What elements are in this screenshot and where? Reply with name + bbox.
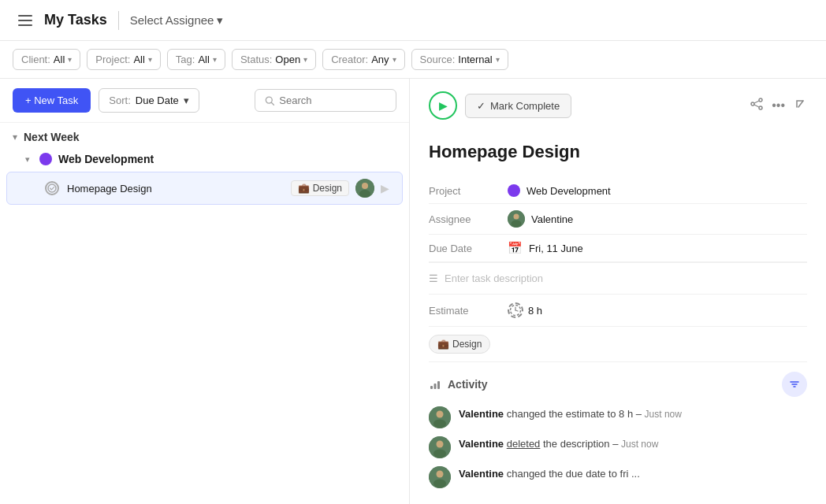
project-name: Web Development	[58, 153, 154, 165]
description-area[interactable]: ☰ Enter task description	[429, 262, 807, 295]
search-box[interactable]	[255, 89, 396, 112]
status-filter[interactable]: Status: Open ▾	[232, 49, 316, 70]
estimate-row: Estimate 8 h	[429, 295, 807, 327]
project-field: Project Web Development	[429, 178, 807, 204]
svg-point-31	[433, 450, 446, 458]
briefcase-icon: 💼	[298, 183, 310, 194]
svg-point-34	[433, 480, 446, 488]
svg-point-9	[759, 98, 762, 102]
task-check-icon[interactable]	[45, 181, 59, 195]
svg-rect-22	[437, 381, 440, 389]
assignee-selector[interactable]: Select Assignee ▾	[130, 13, 224, 28]
left-panel: + New Task Sort: Due Date ▾ ▾ Next Week	[0, 79, 410, 504]
share-icon[interactable]	[750, 97, 764, 114]
creator-filter[interactable]: Creator: Any ▾	[322, 49, 404, 70]
header-divider	[118, 11, 119, 30]
avatar	[355, 179, 374, 198]
section-header: ▾ Next Week	[0, 123, 409, 148]
filter-bar: Client: All ▾ Project: All ▾ Tag: All ▾ …	[0, 41, 826, 79]
svg-line-19	[515, 310, 518, 311]
activity-avatar	[429, 436, 451, 458]
project-color-dot	[508, 184, 520, 197]
assignee-avatar-img	[355, 179, 374, 198]
activity-text: Valentine changed the due date to fri ..…	[459, 466, 640, 488]
svg-rect-21	[434, 384, 437, 389]
sort-label: Sort:	[109, 94, 130, 106]
tag-filter[interactable]: Tag: All ▾	[167, 49, 225, 70]
activity-text: Valentine deleted the description – Just…	[459, 436, 658, 458]
svg-point-27	[437, 411, 444, 418]
sort-button[interactable]: Sort: Due Date ▾	[99, 88, 199, 113]
svg-point-30	[437, 441, 444, 448]
project-toggle-icon[interactable]: ▾	[25, 154, 30, 165]
tag-pill[interactable]: 💼 Design	[429, 335, 490, 354]
task-tag: 💼 Design	[291, 180, 349, 196]
svg-rect-0	[18, 15, 32, 17]
estimate-clock-icon	[508, 302, 523, 318]
list-item: Valentine changed the estimate to 8 h – …	[429, 406, 807, 428]
task-detail-title: Homepage Design	[429, 142, 807, 162]
project-row[interactable]: ▾ Web Development	[0, 148, 409, 170]
play-task-icon[interactable]: ▶	[381, 182, 389, 195]
assignee-field: Assignee Valentine	[429, 204, 807, 235]
client-filter[interactable]: Client: All ▾	[13, 49, 80, 70]
svg-line-12	[754, 101, 759, 103]
activity-title: Activity	[429, 378, 488, 391]
svg-point-7	[362, 183, 368, 189]
svg-point-11	[751, 102, 754, 106]
svg-point-16	[512, 220, 522, 228]
checkmark-icon: ✓	[477, 100, 486, 112]
new-task-button[interactable]: + New Task	[13, 88, 91, 113]
expand-icon[interactable]	[793, 97, 807, 114]
activity-header: Activity	[429, 372, 807, 397]
calendar-icon: 📅	[508, 241, 523, 255]
source-filter[interactable]: Source: Internal ▾	[411, 49, 508, 70]
tag-briefcase-icon: 💼	[437, 339, 449, 350]
assignee-avatar	[508, 210, 525, 228]
activity-avatar	[429, 406, 451, 428]
due-date-field-label: Due Date	[429, 243, 508, 254]
detail-header: ▶ ✓ Mark Complete •••	[429, 91, 807, 129]
due-date-field: Due Date 📅 Fri, 11 June	[429, 235, 807, 262]
play-icon: ▶	[439, 99, 448, 112]
more-options-icon[interactable]: •••	[772, 98, 785, 113]
search-input[interactable]	[279, 94, 386, 106]
estimate-value[interactable]: 8 h	[508, 302, 542, 318]
svg-point-15	[514, 214, 519, 220]
activity-text: Valentine changed the estimate to 8 h – …	[459, 406, 682, 428]
svg-rect-20	[430, 386, 433, 389]
svg-point-33	[437, 471, 444, 478]
svg-rect-2	[18, 24, 32, 26]
section-toggle-icon[interactable]: ▾	[13, 132, 17, 143]
svg-line-4	[271, 102, 273, 105]
right-panel: ▶ ✓ Mark Complete •••	[410, 79, 826, 504]
project-field-value[interactable]: Web Development	[508, 184, 611, 197]
toolbar: + New Task Sort: Due Date ▾	[0, 79, 409, 123]
table-row[interactable]: Homepage Design 💼 Design ▶	[6, 172, 403, 205]
assignee-field-value[interactable]: Valentine	[508, 210, 573, 228]
page-title: My Tasks	[44, 12, 107, 28]
svg-point-5	[48, 184, 56, 192]
filter-activity-button[interactable]	[782, 372, 807, 397]
list-item: Valentine changed the due date to fri ..…	[429, 466, 807, 488]
svg-point-28	[433, 420, 446, 428]
svg-point-10	[759, 106, 762, 109]
task-list: ▾ Next Week ▾ Web Development Homepag	[0, 123, 409, 504]
detail-actions: •••	[750, 97, 807, 114]
due-date-field-value[interactable]: 📅 Fri, 11 June	[508, 241, 583, 255]
task-name: Homepage Design	[67, 183, 291, 195]
estimate-label: Estimate	[429, 305, 508, 317]
list-item: Valentine deleted the description – Just…	[429, 436, 807, 458]
search-icon	[265, 95, 274, 106]
svg-point-8	[359, 190, 370, 198]
mark-complete-button[interactable]: ✓ Mark Complete	[465, 94, 571, 118]
project-field-label: Project	[429, 185, 508, 197]
svg-rect-1	[18, 20, 32, 21]
play-circle-button[interactable]: ▶	[429, 91, 457, 120]
project-filter[interactable]: Project: All ▾	[87, 49, 161, 70]
assignee-field-label: Assignee	[429, 213, 508, 225]
project-dot	[39, 153, 52, 165]
main-layout: + New Task Sort: Due Date ▾ ▾ Next Week	[0, 79, 826, 504]
app-header: My Tasks Select Assignee ▾	[0, 0, 826, 41]
menu-icon[interactable]	[13, 8, 38, 33]
